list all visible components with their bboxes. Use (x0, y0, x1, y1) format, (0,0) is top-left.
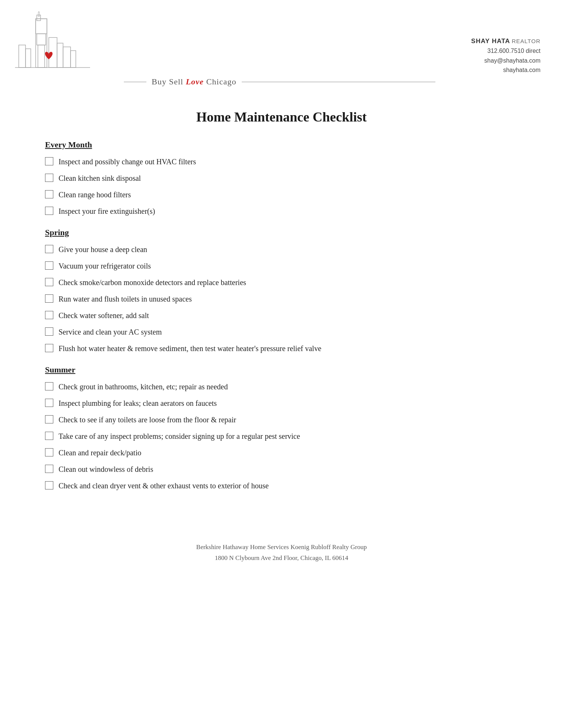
list-item: Inspect and possibly change out HVAC fil… (45, 156, 518, 167)
checkbox[interactable] (45, 294, 53, 303)
checkbox[interactable] (45, 432, 53, 440)
checkbox[interactable] (45, 399, 53, 407)
checkbox[interactable] (45, 481, 53, 489)
item-text: Inspect plumbing for leaks; clean aerato… (59, 398, 518, 408)
contact-website: shayhata.com (471, 65, 540, 75)
main-content: Home Maintenance Checklist Every Month I… (0, 94, 563, 519)
item-text: Check grout in bathrooms, kitchen, etc; … (59, 381, 518, 392)
contact-info: SHAY HATA REALTOR 312.600.7510 direct sh… (471, 36, 540, 75)
checkbox[interactable] (45, 465, 53, 473)
list-item: Give your house a deep clean (45, 244, 518, 255)
checkbox[interactable] (45, 415, 53, 423)
section-summer: Summer Check grout in bathrooms, kitchen… (45, 365, 518, 491)
list-item: Service and clean your AC system (45, 327, 518, 337)
page-title: Home Maintenance Checklist (45, 109, 518, 125)
checkbox[interactable] (45, 327, 53, 336)
item-text: Check water softener, add salt (59, 310, 518, 321)
list-item: Check to see if any toilets are loose fr… (45, 414, 518, 425)
item-text: Inspect and possibly change out HVAC fil… (59, 156, 518, 167)
svg-rect-11 (63, 47, 71, 68)
checkbox[interactable] (45, 245, 53, 253)
list-item: Check water softener, add salt (45, 310, 518, 321)
item-text: Clean kitchen sink disposal (59, 173, 518, 183)
checkbox[interactable] (45, 448, 53, 456)
contact-email: shay@shayhata.com (471, 56, 540, 66)
checkbox[interactable] (45, 190, 53, 198)
section-heading-summer: Summer (45, 365, 518, 375)
list-item: Clean kitchen sink disposal (45, 173, 518, 183)
checkbox[interactable] (45, 174, 53, 182)
section-heading-every-month: Every Month (45, 140, 518, 150)
list-item: Inspect plumbing for leaks; clean aerato… (45, 398, 518, 408)
list-item: Vacuum your refrigerator coils (45, 261, 518, 271)
checkbox[interactable] (45, 344, 53, 352)
checkbox[interactable] (45, 207, 53, 215)
list-item: Clean and repair deck/patio (45, 447, 518, 458)
footer-line2: 1800 N Clybourn Ave 2nd Floor, Chicago, … (23, 553, 540, 564)
list-item: Clean out windowless of debris (45, 464, 518, 474)
tagline-line-left (124, 82, 146, 82)
item-text: Run water and flush toilets in unused sp… (59, 294, 518, 304)
item-text: Clean and repair deck/patio (59, 447, 518, 458)
contact-phone: 312.600.7510 direct (471, 46, 540, 56)
item-text: Give your house a deep clean (59, 244, 518, 255)
tagline-line-right (242, 82, 435, 82)
item-text: Clean range hood filters (59, 189, 518, 200)
item-text: Inspect your fire extinguisher(s) (59, 206, 518, 216)
list-item: Check and clean dryer vent & other exhau… (45, 480, 518, 491)
section-heading-spring: Spring (45, 228, 518, 237)
checkbox[interactable] (45, 261, 53, 270)
svg-rect-8 (38, 45, 45, 68)
svg-rect-1 (26, 49, 31, 68)
svg-rect-6 (36, 19, 47, 34)
svg-rect-3 (37, 15, 41, 21)
footer: Berkshire Hathaway Home Services Koenig … (0, 531, 563, 579)
contact-name: SHAY HATA REALTOR (471, 36, 540, 46)
item-text: Take care of any inspect problems; consi… (59, 431, 518, 441)
checkbox[interactable] (45, 157, 53, 165)
checkbox[interactable] (45, 278, 53, 286)
list-item: Check grout in bathrooms, kitchen, etc; … (45, 381, 518, 392)
item-text: Vacuum your refrigerator coils (59, 261, 518, 271)
skyline-logo (15, 11, 128, 75)
list-item: Flush hot water heater & remove sediment… (45, 343, 518, 354)
item-text: Clean out windowless of debris (59, 464, 518, 474)
checkbox[interactable] (45, 311, 53, 319)
item-text: Flush hot water heater & remove sediment… (59, 343, 518, 354)
tagline-text: Buy Sell Love Chicago (152, 77, 236, 87)
logo-container (15, 11, 128, 75)
svg-rect-10 (57, 43, 63, 68)
svg-rect-4 (38, 12, 39, 17)
section-every-month: Every Month Inspect and possibly change … (45, 140, 518, 216)
item-text: Check and clean dryer vent & other exhau… (59, 480, 518, 491)
list-item: Clean range hood filters (45, 189, 518, 200)
page-wrapper: SHAY HATA REALTOR 312.600.7510 direct sh… (0, 0, 563, 728)
svg-rect-0 (19, 45, 26, 68)
section-spring: Spring Give your house a deep clean Vacu… (45, 228, 518, 354)
footer-line1: Berkshire Hathaway Home Services Koenig … (23, 542, 540, 553)
list-item: Take care of any inspect problems; consi… (45, 431, 518, 441)
tagline-row: Buy Sell Love Chicago (0, 77, 563, 87)
list-item: Inspect your fire extinguisher(s) (45, 206, 518, 216)
header: SHAY HATA REALTOR 312.600.7510 direct sh… (0, 0, 563, 83)
list-item: Check smoke/carbon monoxide detectors an… (45, 277, 518, 288)
checkbox[interactable] (45, 382, 53, 390)
item-text: Service and clean your AC system (59, 327, 518, 337)
svg-rect-2 (36, 19, 47, 68)
list-item: Run water and flush toilets in unused sp… (45, 294, 518, 304)
item-text: Check to see if any toilets are loose fr… (59, 414, 518, 425)
svg-rect-12 (71, 51, 76, 68)
item-text: Check smoke/carbon monoxide detectors an… (59, 277, 518, 288)
svg-rect-7 (37, 34, 46, 45)
